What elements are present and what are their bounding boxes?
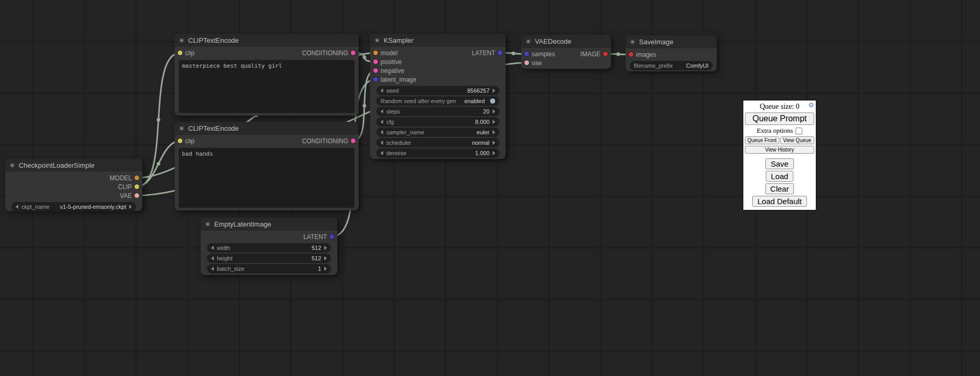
node-save-image[interactable]: SaveImage images filename_prefix ComfyUI: [626, 35, 717, 71]
model-port-icon[interactable]: [134, 176, 139, 180]
output-slot-image[interactable]: IMAGE: [580, 51, 608, 58]
widget-filename-prefix[interactable]: filename_prefix ComfyUI: [630, 61, 713, 70]
node-title-bar[interactable]: EmptyLatentImage: [201, 218, 337, 231]
load-default-button[interactable]: Load Default: [752, 196, 807, 207]
input-slot-vae[interactable]: vae: [524, 59, 542, 67]
image-port-icon[interactable]: [629, 52, 633, 57]
collapse-dot-icon[interactable]: [179, 126, 184, 131]
conditioning-port-icon[interactable]: [373, 68, 378, 73]
arrow-left-icon[interactable]: [211, 246, 214, 250]
output-slot-conditioning[interactable]: CONDITIONING: [302, 137, 356, 145]
latent-port-icon[interactable]: [329, 234, 334, 239]
arrow-right-icon[interactable]: [493, 89, 495, 93]
widget-random-seed-toggle[interactable]: Random seed after every gen enabled: [376, 96, 499, 106]
arrow-right-icon[interactable]: [493, 130, 495, 134]
output-slot-vae[interactable]: VAE: [120, 192, 139, 199]
latent-port-icon[interactable]: [373, 77, 378, 82]
image-port-icon[interactable]: [603, 52, 608, 56]
clip-port-icon[interactable]: [178, 139, 182, 143]
prompt-textarea[interactable]: masterpiece best quality girl: [179, 60, 354, 113]
collapse-dot-icon[interactable]: [10, 163, 15, 168]
arrow-right-icon[interactable]: [493, 141, 495, 145]
node-title-bar[interactable]: CLIPTextEncode: [175, 34, 359, 47]
conditioning-port-icon[interactable]: [373, 59, 378, 64]
widget-ckpt-name[interactable]: ckpt_name v1-5-pruned-emaonly.ckpt: [11, 202, 136, 211]
widget-sampler-name[interactable]: sampler_name euler: [376, 128, 499, 137]
extra-options-checkbox[interactable]: [795, 128, 802, 134]
widget-height[interactable]: height 512: [207, 254, 331, 263]
latent-port-icon[interactable]: [524, 52, 529, 56]
node-empty-latent-image[interactable]: EmptyLatentImage LATENT width 512 height…: [201, 218, 337, 275]
clear-button[interactable]: Clear: [765, 183, 794, 194]
arrow-left-icon[interactable]: [381, 130, 383, 134]
arrow-right-icon[interactable]: [324, 267, 327, 271]
model-port-icon[interactable]: [373, 51, 378, 55]
queue-prompt-button[interactable]: Queue Prompt: [745, 112, 814, 125]
widget-cfg[interactable]: cfg 8.000: [376, 117, 499, 127]
collapse-dot-icon[interactable]: [375, 38, 379, 43]
widget-batch-size[interactable]: batch_size 1: [207, 264, 331, 273]
node-checkpoint-loader[interactable]: CheckpointLoaderSimple MODEL CLIP VAE ck…: [5, 159, 142, 211]
node-clip-text-encode-negative[interactable]: CLIPTextEncode clip CONDITIONING bad han…: [175, 122, 359, 210]
input-slot-clip[interactable]: clip: [178, 49, 194, 57]
arrow-left-icon[interactable]: [381, 120, 383, 124]
latent-port-icon[interactable]: [498, 51, 503, 55]
widget-seed[interactable]: seed 8566257: [376, 86, 499, 95]
widget-width[interactable]: width 512: [207, 243, 331, 253]
input-slot-negative[interactable]: negative: [373, 67, 404, 74]
node-vae-decode[interactable]: VAEDecode samples IMAGE vae: [521, 35, 611, 69]
clip-port-icon[interactable]: [134, 184, 139, 189]
queue-front-button[interactable]: Queue Front: [745, 136, 779, 144]
clip-port-icon[interactable]: [178, 51, 182, 55]
view-queue-button[interactable]: View Queue: [780, 136, 815, 144]
widget-steps[interactable]: steps 20: [376, 107, 499, 116]
arrow-left-icon[interactable]: [16, 205, 18, 209]
vae-port-icon[interactable]: [134, 193, 139, 198]
collapse-dot-icon[interactable]: [630, 40, 635, 44]
collapse-dot-icon[interactable]: [179, 38, 184, 43]
conditioning-port-icon[interactable]: [351, 139, 356, 143]
input-slot-latent-image[interactable]: latent_image: [373, 76, 416, 83]
arrow-left-icon[interactable]: [211, 256, 214, 260]
node-title-bar[interactable]: CheckpointLoaderSimple: [5, 159, 142, 172]
input-slot-clip[interactable]: clip: [178, 137, 194, 145]
output-slot-latent[interactable]: LATENT: [472, 49, 503, 57]
output-slot-model[interactable]: MODEL: [109, 174, 139, 182]
view-history-button[interactable]: View History: [745, 146, 814, 154]
settings-gear-icon[interactable]: ⚙: [808, 102, 814, 108]
node-title-bar[interactable]: KSampler: [370, 34, 506, 47]
input-slot-positive[interactable]: positive: [373, 58, 402, 66]
output-slot-conditioning[interactable]: CONDITIONING: [302, 49, 356, 57]
node-title-bar[interactable]: CLIPTextEncode: [175, 122, 359, 135]
arrow-right-icon[interactable]: [493, 120, 495, 124]
arrow-left-icon[interactable]: [381, 141, 383, 145]
arrow-left-icon[interactable]: [381, 109, 383, 114]
arrow-left-icon[interactable]: [381, 89, 383, 93]
save-button[interactable]: Save: [765, 158, 793, 169]
arrow-right-icon[interactable]: [324, 256, 327, 260]
arrow-right-icon[interactable]: [493, 109, 495, 114]
arrow-right-icon[interactable]: [129, 205, 132, 209]
vae-port-icon[interactable]: [524, 60, 529, 65]
widget-denoise[interactable]: denoise 1.000: [376, 148, 499, 158]
arrow-left-icon[interactable]: [381, 151, 383, 155]
load-button[interactable]: Load: [766, 171, 793, 182]
node-ksampler[interactable]: KSampler model LATENT positive negative: [370, 34, 506, 159]
arrow-right-icon[interactable]: [324, 246, 327, 250]
conditioning-port-icon[interactable]: [351, 51, 356, 55]
input-slot-model[interactable]: model: [373, 49, 398, 57]
input-slot-images[interactable]: images: [629, 51, 656, 58]
node-title-bar[interactable]: VAEDecode: [521, 35, 611, 48]
collapse-dot-icon[interactable]: [526, 39, 531, 44]
node-title-bar[interactable]: SaveImage: [626, 35, 717, 48]
prompt-textarea[interactable]: bad hands: [179, 148, 354, 208]
output-slot-clip[interactable]: CLIP: [118, 183, 139, 191]
input-slot-samples[interactable]: samples: [524, 51, 555, 58]
output-slot-latent[interactable]: LATENT: [303, 233, 334, 241]
toggle-knob-icon[interactable]: [490, 98, 495, 104]
collapse-dot-icon[interactable]: [205, 222, 210, 227]
arrow-left-icon[interactable]: [211, 267, 214, 271]
arrow-right-icon[interactable]: [493, 151, 495, 155]
node-clip-text-encode-positive[interactable]: CLIPTextEncode clip CONDITIONING masterp…: [175, 34, 359, 116]
widget-scheduler[interactable]: scheduler normal: [376, 138, 499, 147]
